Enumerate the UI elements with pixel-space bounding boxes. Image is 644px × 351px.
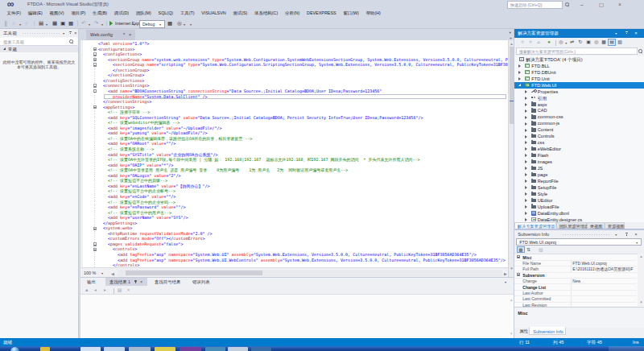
new-file-dropdown-icon[interactable]: ▾ xyxy=(46,23,47,27)
taskbar-app-icon-8[interactable] xyxy=(251,347,271,351)
toolbox-search-input[interactable]: 搜索工具箱 xyxy=(0,38,77,46)
se-collapse-all-icon[interactable]: ▣ xyxy=(586,39,591,45)
navigate-back-icon[interactable]: ○ xyxy=(12,20,15,27)
bottom-tab-3[interactable]: 错误列表 xyxy=(188,278,216,286)
toolbar-grip[interactable] xyxy=(5,21,6,27)
solution-explorer-title-bar[interactable]: 解决方案资源管理器 ▾ × xyxy=(514,29,644,38)
subversion-object-combobox[interactable]: FTD.Web.UI.csproj ▾ xyxy=(516,238,642,246)
se-home-icon[interactable]: ⌂ xyxy=(537,39,540,45)
undo-icon[interactable]: ↶ xyxy=(81,20,85,27)
tree-item-common-js[interactable]: common-js xyxy=(514,120,644,126)
navigate-forward-icon[interactable]: ○ xyxy=(25,20,28,27)
tree-expander-closed-icon[interactable] xyxy=(525,103,527,106)
section-collapse-icon[interactable] xyxy=(517,255,520,258)
subversion-info-pin-icon[interactable] xyxy=(625,233,628,234)
bottom-panel-dropdown-icon[interactable]: ▾ xyxy=(505,280,506,284)
redo-dropdown-icon[interactable]: ▾ xyxy=(101,23,103,27)
solution-explorer-pin-icon[interactable] xyxy=(625,31,628,33)
editor-scroll-left-icon[interactable]: ◀ xyxy=(111,271,114,276)
editor-scroll-right-icon[interactable]: ▶ xyxy=(504,271,507,276)
tree-expander-closed-icon[interactable] xyxy=(525,218,527,221)
toolbox-title-bar[interactable]: 工具箱 ▾ × xyxy=(0,29,78,37)
solution-explorer-search-input[interactable]: 搜索解决方案资源管理器(Ctrl+;) xyxy=(516,47,638,55)
menu-item-8[interactable]: 工具(T) xyxy=(177,9,198,18)
properties-pages-icon[interactable]: ▤ xyxy=(539,247,543,252)
outline-collapse-icon-line-9[interactable] xyxy=(93,84,97,87)
se-bottom-tab-2[interactable]: 类视图 xyxy=(587,222,605,229)
se-back-icon[interactable]: ○ xyxy=(521,39,524,45)
document-well-dropdown-icon[interactable]: ▾ xyxy=(510,31,511,35)
taskbar-app-icon-6[interactable] xyxy=(205,347,225,351)
subversion-grid-scroll-down-icon[interactable]: ▼ xyxy=(639,300,642,304)
se-refresh-icon[interactable]: ↻ xyxy=(578,39,582,45)
menu-item-0[interactable]: 文件(F) xyxy=(3,9,24,18)
menu-item-13[interactable]: DEVEXPRESS xyxy=(303,9,340,18)
tree-item-Style[interactable]: Style xyxy=(514,191,644,197)
outline-collapse-icon-line-10[interactable] xyxy=(93,89,97,93)
find-results-clear-icon[interactable]: × xyxy=(127,287,130,292)
toolbox-close-icon[interactable]: × xyxy=(74,31,77,35)
tree-item-Flash[interactable]: Flash xyxy=(514,152,644,159)
bottom-tab-1[interactable]: 查找结果 1× xyxy=(105,278,147,286)
tree-item--FTDOA-4-[interactable]: 解决方案'FTDOA' (4 个项目) xyxy=(514,56,644,63)
bottom-tab-2[interactable]: 查找符号结果 xyxy=(151,278,186,286)
find-results-next-icon[interactable]: ▸ xyxy=(104,287,106,292)
undo-dropdown-icon[interactable]: ▾ xyxy=(89,23,90,27)
redo-icon[interactable]: ↷ xyxy=(94,20,98,27)
taskbar-app-icon-7[interactable] xyxy=(228,347,248,351)
tree-expander-open-icon[interactable] xyxy=(518,84,521,86)
tree-expander-closed-icon[interactable] xyxy=(525,160,527,163)
tree-item-JS[interactable]: JS xyxy=(514,165,644,171)
tree-expander-closed-icon[interactable] xyxy=(525,154,527,157)
outline-collapse-icon-line-2[interactable] xyxy=(93,47,97,51)
taskbar-app-icon-3[interactable] xyxy=(129,347,151,351)
outline-collapse-icon-line-13[interactable] xyxy=(93,105,97,109)
menu-item-14[interactable]: 窗口(W) xyxy=(340,9,362,18)
se-preview-icon[interactable]: ▩ xyxy=(601,39,606,45)
outline-collapse-icon-line-36[interactable] xyxy=(93,227,97,230)
taskbar-app-icon-5[interactable] xyxy=(180,347,201,351)
taskbar-app-icon-0[interactable] xyxy=(40,347,50,351)
outline-collapse-icon-line-4[interactable] xyxy=(93,58,97,61)
find-results-go-icon[interactable]: ▲ xyxy=(85,287,89,292)
se-show-all-files-icon[interactable]: ▤ xyxy=(608,39,616,46)
tree-expander-closed-icon[interactable] xyxy=(525,122,527,126)
document-tab-webconfig[interactable]: Web.config * × xyxy=(86,30,135,40)
tree-expander-closed-icon[interactable] xyxy=(525,147,527,151)
close-button[interactable]: × xyxy=(618,1,621,8)
tree-item-UploadFile[interactable]: UploadFile xyxy=(514,204,644,210)
editor-horizontal-scrollbar[interactable] xyxy=(118,270,502,276)
se-bottom-tab-1[interactable]: 团队资源管理器 xyxy=(556,222,587,229)
bottom-tab-close-icon[interactable]: × xyxy=(140,279,142,284)
tree-item-Content[interactable]: Content xyxy=(514,126,644,133)
maximize-button[interactable]: ▢ xyxy=(599,1,604,8)
tree-item-eWebEditor[interactable]: eWebEditor xyxy=(514,146,644,152)
bottom-tab-pin-icon[interactable] xyxy=(134,280,137,282)
editor-horizontal-scrollbar-thumb[interactable] xyxy=(126,270,262,275)
tree-item-images[interactable]: images xyxy=(514,159,644,165)
document-tab-close-icon[interactable]: × xyxy=(129,32,131,37)
properties-tab-1[interactable]: Subversion Info xyxy=(529,327,566,335)
menu-item-1[interactable]: 编辑(E) xyxy=(24,9,46,18)
subversion-info-title-bar[interactable]: Subversion Info ▾ × xyxy=(514,230,644,238)
tree-item-FTD.Unit[interactable]: FTD.Unit xyxy=(514,76,644,82)
tree-expander-closed-icon[interactable] xyxy=(525,135,527,138)
taskbar-app-icon-1[interactable] xyxy=(80,347,101,351)
solution-explorer-close-icon[interactable]: × xyxy=(634,31,638,35)
se-bottom-tab-0[interactable]: 解决方案资源管理器 xyxy=(514,222,556,229)
editor-scroll-down-icon[interactable]: ▼ xyxy=(510,266,513,270)
navigate-back-dropdown-icon[interactable]: ▾ xyxy=(19,23,21,27)
menu-item-2[interactable]: 视图(V) xyxy=(46,9,68,18)
editor-scroll-up-icon[interactable]: ▲ xyxy=(510,42,513,46)
find-results-list-icon[interactable]: ▤ xyxy=(118,287,122,292)
open-file-icon[interactable]: ▦ xyxy=(52,20,57,27)
tree-item-DataEntity.dbml[interactable]: DataEntity.dbml xyxy=(514,210,644,217)
find-results-content[interactable]: ▲ ▼ xyxy=(80,294,514,339)
menu-item-15[interactable]: 帮助(H) xyxy=(362,9,384,18)
se-bottom-tab-3[interactable]: 资源视图 xyxy=(605,222,625,229)
outline-collapse-icon-line-5[interactable] xyxy=(93,63,97,66)
find-in-files-icon[interactable]: ▩ xyxy=(167,20,172,27)
find-icon[interactable]: ◎ xyxy=(177,20,182,27)
tree-item-UEditor[interactable]: UEditor xyxy=(514,197,644,204)
quick-launch-input[interactable]: 快速启动 (Ctrl+Q) xyxy=(507,1,563,9)
